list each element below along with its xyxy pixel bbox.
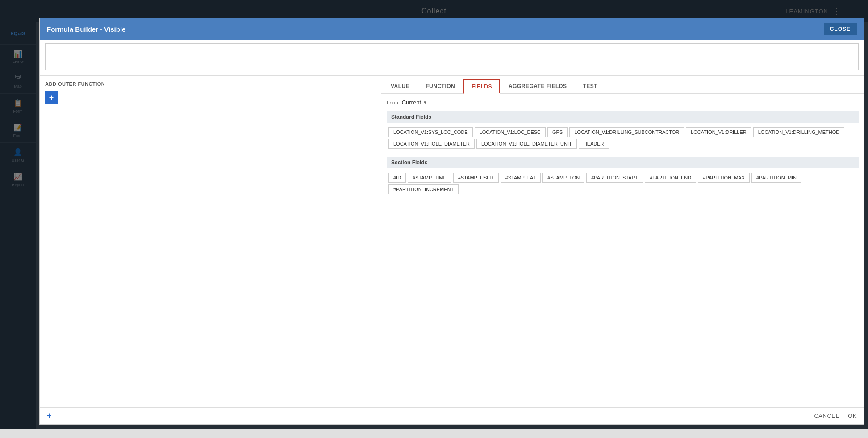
field-chip-partition-end[interactable]: #PARTITION_END <box>645 173 696 183</box>
field-chip-sys-loc-code[interactable]: LOCATION_V1:SYS_LOC_CODE <box>388 127 473 137</box>
field-chip-header[interactable]: HEADER <box>579 139 609 149</box>
modal-body: ADD OUTER FUNCTION + VALUE FUNCTION FIEL… <box>40 40 864 407</box>
field-chip-id[interactable]: #ID <box>388 173 406 183</box>
tab-fields[interactable]: FIELDS <box>463 79 500 94</box>
tab-test[interactable]: TEST <box>575 79 605 93</box>
section-fields-header: Section Fields <box>387 157 859 168</box>
form-select-wrapper[interactable]: Current ▼ <box>402 99 427 106</box>
field-chip-driller[interactable]: LOCATION_V1:DRILLER <box>686 127 751 137</box>
dropdown-arrow-icon: ▼ <box>423 100 427 105</box>
close-button[interactable]: CLOSE <box>824 23 857 35</box>
form-selector-row: Form Current ▼ <box>387 99 859 106</box>
field-chip-stamp-lat[interactable]: #STAMP_LAT <box>501 173 541 183</box>
formula-builder-modal: Formula Builder - Visible CLOSE ADD OUTE… <box>39 18 864 425</box>
field-chip-stamp-lon[interactable]: #STAMP_LON <box>542 173 584 183</box>
modal-title: Formula Builder - Visible <box>47 25 125 33</box>
field-chip-partition-max[interactable]: #PARTITION_MAX <box>698 173 750 183</box>
main-content: ADD OUTER FUNCTION + VALUE FUNCTION FIEL… <box>40 75 864 407</box>
standard-fields-header: Standard Fields <box>387 111 859 123</box>
field-chip-hole-diameter[interactable]: LOCATION_V1:HOLE_DIAMETER <box>388 139 475 149</box>
field-chip-loc-desc[interactable]: LOCATION_V1:LOC_DESC <box>475 127 546 137</box>
standard-fields-grid: LOCATION_V1:SYS_LOC_CODE LOCATION_V1:LOC… <box>387 125 859 151</box>
field-chip-drilling-method[interactable]: LOCATION_V1:DRILLING_METHOD <box>753 127 845 137</box>
ok-button[interactable]: OK <box>848 413 857 419</box>
field-chip-drilling-subcontractor[interactable]: LOCATION_V1:DRILLING_SUBCONTRACTOR <box>569 127 684 137</box>
section-fields-grid: #ID #STAMP_TIME #STAMP_USER #STAMP_LAT #… <box>387 170 859 197</box>
footer-plus-button[interactable]: + <box>47 411 52 421</box>
field-chip-stamp-user[interactable]: #STAMP_USER <box>453 173 499 183</box>
field-chip-stamp-time[interactable]: #STAMP_TIME <box>408 173 451 183</box>
field-chip-partition-start[interactable]: #PARTITION_START <box>586 173 643 183</box>
field-chip-partition-increment[interactable]: #PARTITION_INCREMENT <box>388 184 459 194</box>
bottom-scrollbar[interactable] <box>0 429 868 438</box>
tab-aggregate-fields[interactable]: AGGREGATE FIELDS <box>501 79 574 93</box>
field-chip-gps[interactable]: GPS <box>547 127 568 137</box>
add-outer-function-button[interactable]: + <box>45 91 58 104</box>
footer-left: + <box>47 411 52 421</box>
tab-value[interactable]: VALUE <box>383 79 417 93</box>
modal-footer: + CANCEL OK <box>40 407 864 424</box>
form-select-value: Current <box>402 99 421 106</box>
tabs-bar: VALUE FUNCTION FIELDS AGGREGATE FIELDS T… <box>381 76 864 94</box>
tab-content-fields: Form Current ▼ Standard Fields LOCATION_… <box>381 94 864 407</box>
add-outer-function-label: ADD OUTER FUNCTION <box>45 81 376 87</box>
tab-function[interactable]: FUNCTION <box>418 79 463 93</box>
form-label: Form <box>387 100 398 105</box>
cancel-button[interactable]: CANCEL <box>814 413 839 419</box>
formula-textarea-wrapper <box>40 40 864 75</box>
left-panel: ADD OUTER FUNCTION + <box>40 76 381 407</box>
footer-right: CANCEL OK <box>814 413 857 419</box>
section-fields-section: Section Fields #ID #STAMP_TIME #STAMP_US… <box>387 157 859 197</box>
formula-textarea[interactable] <box>45 43 859 70</box>
modal-header: Formula Builder - Visible CLOSE <box>40 18 864 40</box>
field-chip-hole-diameter-unit[interactable]: LOCATION_V1:HOLE_DIAMETER_UNIT <box>476 139 577 149</box>
standard-fields-section: Standard Fields LOCATION_V1:SYS_LOC_CODE… <box>387 111 859 151</box>
right-panel: VALUE FUNCTION FIELDS AGGREGATE FIELDS T… <box>381 76 864 407</box>
field-chip-partition-min[interactable]: #PARTITION_MIN <box>751 173 801 183</box>
